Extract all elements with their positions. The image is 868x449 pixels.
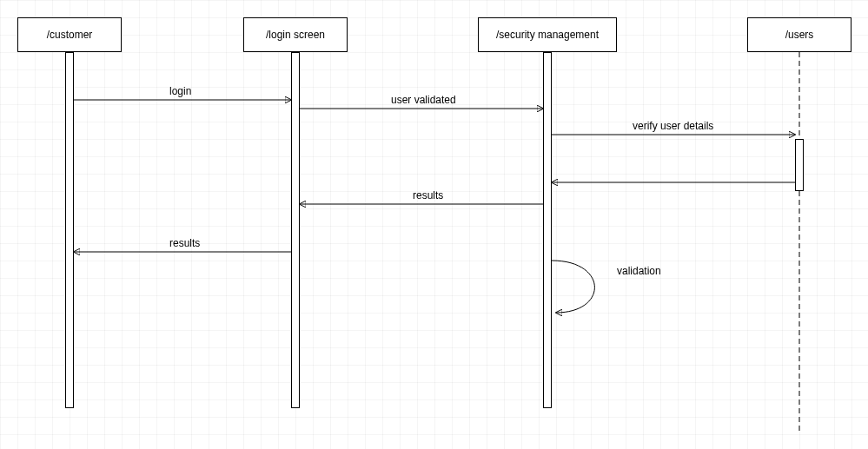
self-message-validation [552, 261, 594, 313]
diagram-svg [0, 0, 868, 449]
